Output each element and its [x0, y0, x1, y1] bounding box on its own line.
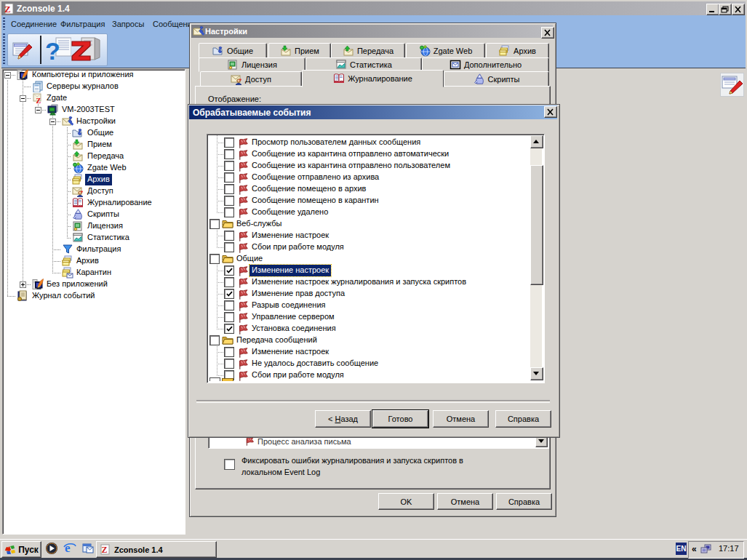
- svg-text:?: ?: [45, 37, 60, 63]
- svg-text:Z: Z: [36, 97, 41, 104]
- svg-text:Z: Z: [4, 4, 11, 15]
- svg-text:Z: Z: [102, 545, 108, 555]
